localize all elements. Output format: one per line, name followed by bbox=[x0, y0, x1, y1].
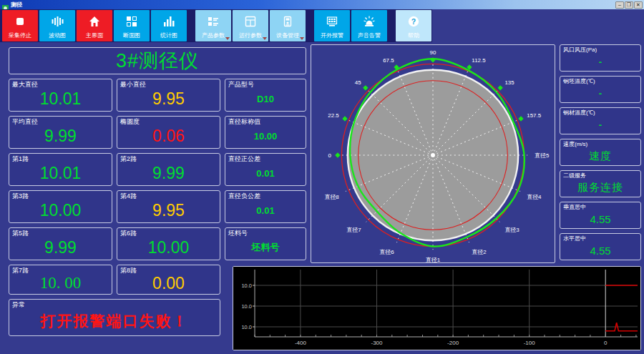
toolbar-button-home[interactable]: 主界面 bbox=[77, 10, 112, 41]
toolbar-button-label: 运行参数 bbox=[239, 32, 262, 39]
svg-text:10.0: 10.0 bbox=[241, 324, 252, 330]
svg-text:直径4: 直径4 bbox=[527, 194, 542, 200]
alarm-message: 打开报警端口失败！ bbox=[9, 308, 220, 334]
status-label: 钢坯温度(℃) bbox=[563, 78, 595, 85]
toolbar-button-waveform[interactable]: 波动图 bbox=[39, 10, 75, 41]
metric-value: 坯料号 bbox=[225, 237, 306, 258]
toolbar-button-label: 断面图 bbox=[123, 32, 140, 39]
toolbar-button-label: 产品参数 bbox=[202, 32, 225, 39]
status-label: 水平居中 bbox=[563, 235, 586, 242]
svg-text:-200: -200 bbox=[447, 340, 459, 346]
trend-chart: 10.010.010.0-400-300-200-1000 bbox=[233, 267, 640, 350]
metric-cell: 第2路9.99 bbox=[117, 153, 220, 186]
metric-cell: 平均直径9.99 bbox=[9, 116, 112, 149]
status-box: 钢坯温度(℃)- bbox=[560, 76, 641, 103]
metric-value: 9.99 bbox=[9, 237, 112, 258]
maximize-button[interactable]: ❒ bbox=[625, 1, 633, 9]
metric-cell: 直径正公差0.01 bbox=[225, 153, 306, 186]
metric-label: 直径正公差 bbox=[228, 155, 260, 162]
metric-cell: 第6路10.00 bbox=[117, 227, 220, 260]
metric-cell: 坯料号坯料号 bbox=[225, 227, 306, 260]
toolbar-button-label: 声音告警 bbox=[358, 32, 381, 39]
metric-label: 第4路 bbox=[120, 192, 137, 200]
svg-text:直径3: 直径3 bbox=[504, 227, 519, 233]
toolbar-button-section-grid[interactable]: 断面图 bbox=[114, 10, 150, 41]
close-button[interactable]: ✕ bbox=[634, 1, 643, 9]
product-params-icon bbox=[207, 15, 220, 28]
dropdown-arrow-icon bbox=[300, 37, 304, 40]
metric-label: 最大直径 bbox=[12, 81, 38, 88]
svg-text:22.5: 22.5 bbox=[328, 112, 339, 119]
status-value: - bbox=[560, 54, 640, 69]
polar-chart: 022.54567.590112.5135157.5直径5直径4直径3直径2直径… bbox=[311, 45, 555, 262]
metric-cell: 第3路10.00 bbox=[9, 190, 112, 223]
titlebar: 测径 – ❒ ✕ bbox=[0, 0, 644, 9]
metric-label: 产品型号 bbox=[228, 81, 254, 88]
gauge-title: 3#测径仪 bbox=[116, 48, 199, 74]
status-label: 速度(m/s) bbox=[563, 141, 587, 148]
metric-value: D10 bbox=[225, 88, 306, 109]
run-params-icon bbox=[244, 15, 257, 28]
metric-cell: 第7路10. 00 bbox=[9, 265, 112, 295]
metric-value: 10.01 bbox=[9, 88, 112, 109]
toolbar-button-label: 波动图 bbox=[49, 32, 66, 39]
metric-value: 0.01 bbox=[225, 200, 306, 221]
toolbar-button-siren[interactable]: 声音告警 bbox=[351, 10, 387, 41]
status-box: 钢材温度(℃)- bbox=[560, 107, 641, 134]
metric-label: 第6路 bbox=[120, 230, 137, 237]
toolbar-button-label: 统计图 bbox=[160, 32, 177, 39]
svg-text:0: 0 bbox=[604, 340, 608, 346]
metric-label: 第8路 bbox=[120, 267, 137, 274]
alarm-box: 异常 打开报警端口失败！ bbox=[9, 299, 220, 336]
toolbar-button-stop[interactable]: 采集停止 bbox=[2, 10, 38, 41]
toolbar-button-label: 帮助 bbox=[408, 32, 419, 39]
toolbar-button-help[interactable]: ?帮助 bbox=[396, 10, 431, 41]
metric-label: 最小直径 bbox=[120, 81, 146, 88]
status-value: 速度 bbox=[560, 148, 640, 164]
toolbar-button-label: 主界面 bbox=[86, 32, 103, 39]
svg-text:-100: -100 bbox=[524, 340, 536, 346]
metric-value: 10.00 bbox=[225, 125, 306, 147]
dropdown-arrow-icon bbox=[225, 37, 230, 40]
metric-label: 椭圆度 bbox=[120, 118, 140, 125]
status-value: 4.55 bbox=[560, 242, 640, 258]
svg-text:直径7: 直径7 bbox=[346, 227, 361, 233]
toolbar-button-product-params[interactable]: 产品参数 bbox=[195, 10, 231, 41]
svg-text:10.0: 10.0 bbox=[241, 303, 252, 310]
metric-cell: 直径负公差0.01 bbox=[225, 190, 306, 223]
metric-label: 第7路 bbox=[12, 267, 29, 274]
metric-cell: 第1路10.01 bbox=[9, 153, 112, 186]
toolbar-button-label: 设备管理 bbox=[276, 32, 299, 39]
svg-text:10.0: 10.0 bbox=[241, 282, 252, 289]
app-icon bbox=[2, 1, 9, 8]
toolbar-button-external-screen[interactable]: 开外报警 bbox=[314, 10, 350, 41]
status-label: 二级服务 bbox=[563, 172, 586, 180]
svg-text:直径8: 直径8 bbox=[324, 194, 339, 200]
metric-label: 第5路 bbox=[12, 230, 29, 237]
metric-cell: 最大直径10.01 bbox=[9, 79, 112, 112]
minimize-button[interactable]: – bbox=[615, 1, 624, 9]
toolbar-button-device-manage[interactable]: 设备管理 bbox=[270, 10, 306, 41]
cross-section-panel: 022.54567.590112.5135157.5直径5直径4直径3直径2直径… bbox=[311, 44, 555, 263]
toolbar-button-run-params[interactable]: 运行参数 bbox=[233, 10, 268, 41]
metric-label: 第2路 bbox=[120, 155, 137, 162]
toolbar-button-barchart[interactable]: 统计图 bbox=[151, 10, 187, 41]
metric-value: 0.01 bbox=[225, 162, 306, 184]
metric-value: 9.95 bbox=[117, 200, 220, 221]
status-label: 垂直居中 bbox=[563, 204, 586, 211]
gauge-title-box: 3#测径仪 bbox=[9, 47, 306, 74]
svg-text:直径5: 直径5 bbox=[535, 152, 550, 159]
siren-icon bbox=[363, 15, 376, 28]
status-box: 速度(m/s)速度 bbox=[560, 139, 641, 166]
metric-label: 平均直径 bbox=[12, 118, 38, 125]
metric-cell: 第8路0.00 bbox=[117, 265, 220, 295]
svg-text:直径1: 直径1 bbox=[426, 257, 441, 262]
metric-label: 直径标称值 bbox=[228, 118, 260, 125]
svg-text:45: 45 bbox=[355, 79, 361, 86]
device-manage-icon bbox=[281, 15, 294, 28]
metric-value: 9.95 bbox=[117, 88, 220, 109]
metric-value: 10.01 bbox=[9, 162, 112, 184]
help-icon: ? bbox=[407, 15, 420, 28]
home-icon bbox=[88, 15, 101, 28]
waveform-icon bbox=[51, 15, 64, 28]
